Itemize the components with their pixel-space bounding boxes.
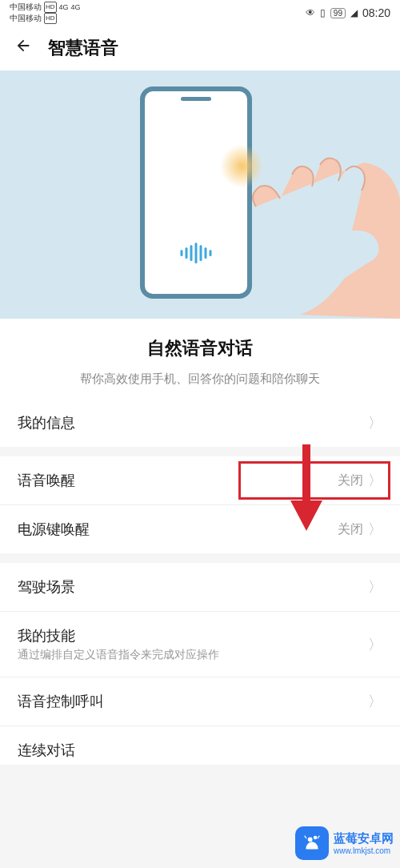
item-value: 关闭: [338, 472, 363, 489]
chevron-right-icon: 〉: [368, 471, 382, 490]
item-label: 电源键唤醒: [18, 520, 338, 539]
section-title: 自然语音对话: [22, 336, 378, 360]
section-subtitle: 帮你高效使用手机、回答你的问题和陪你聊天: [22, 370, 378, 388]
status-left: 中国移动 HD 4G 4G 中国移动 HD: [10, 2, 81, 24]
item-label: 我的信息: [18, 413, 368, 432]
carrier-label: 中国移动: [10, 2, 42, 12]
battery-level: 99: [330, 8, 346, 18]
list-item-driving[interactable]: 驾驶场景 〉: [0, 563, 400, 612]
chevron-right-icon: 〉: [368, 577, 382, 597]
watermark-title: 蓝莓安卓网: [334, 831, 394, 846]
signal-4g-2: 4G: [71, 2, 81, 12]
touch-glow: [220, 144, 264, 188]
page-header: 智慧语音: [0, 26, 400, 70]
status-right: 👁 ▯ 99 ◢ 08:20: [306, 6, 390, 19]
item-label: 驾驶场景: [18, 577, 368, 597]
eye-icon: 👁: [306, 7, 315, 18]
item-label: 连续对话: [18, 741, 382, 760]
signal-4g-1: 4G: [59, 2, 69, 12]
hd-badge-2: HD: [44, 13, 57, 24]
chevron-right-icon: 〉: [368, 520, 382, 539]
page-title: 智慧语音: [48, 36, 118, 60]
item-label: 语音控制呼叫: [18, 692, 368, 711]
watermark: 蓝莓安卓网 www.lmkjst.com: [295, 826, 394, 860]
hd-badge-1: HD: [44, 2, 57, 13]
item-subtitle: 通过编排自定义语音指令来完成对应操作: [18, 648, 368, 662]
status-bar: 中国移动 HD 4G 4G 中国移动 HD 👁 ▯ 99 ◢ 08:20: [0, 0, 400, 26]
item-label: 语音唤醒: [18, 471, 338, 490]
chevron-right-icon: 〉: [368, 692, 382, 711]
clock-time: 08:20: [362, 6, 390, 19]
list-item-voice-call[interactable]: 语音控制呼叫 〉: [0, 677, 400, 726]
carrier-label-2: 中国移动: [10, 14, 42, 23]
chevron-right-icon: 〉: [368, 413, 382, 432]
list-item-continuous[interactable]: 连续对话: [0, 726, 400, 765]
list-item-voice-wake[interactable]: 语音唤醒 关闭 〉: [0, 456, 400, 505]
list-item-my-info[interactable]: 我的信息 〉: [0, 399, 400, 447]
chevron-right-icon: 〉: [368, 635, 382, 654]
item-value: 关闭: [338, 521, 363, 538]
soundwave-icon: [181, 243, 212, 263]
hero-illustration: [0, 70, 400, 319]
list-item-skills[interactable]: 我的技能 通过编排自定义语音指令来完成对应操作 〉: [0, 612, 400, 677]
phone-graphic: [140, 86, 252, 299]
back-icon[interactable]: [14, 37, 32, 59]
battery-icon: ◢: [350, 7, 358, 18]
item-label: 我的技能: [18, 626, 368, 645]
watermark-url: www.lmkjst.com: [334, 846, 394, 855]
list-item-power-wake[interactable]: 电源键唤醒 关闭 〉: [0, 505, 400, 553]
watermark-logo-icon: [295, 826, 329, 860]
intro-section: 自然语音对话 帮你高效使用手机、回答你的问题和陪你聊天: [0, 319, 400, 399]
vibrate-icon: ▯: [320, 7, 326, 18]
